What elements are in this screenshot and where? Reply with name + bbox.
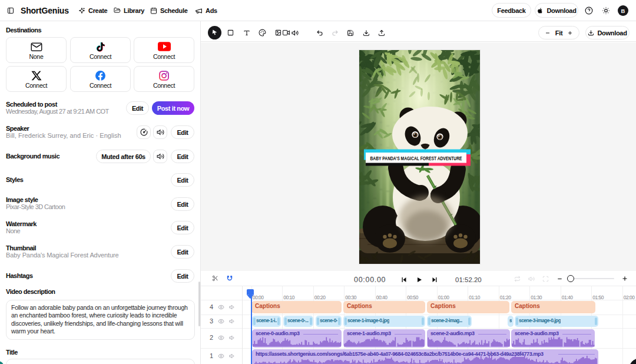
svg-text:BABY PANDA’S MAGICAL FOREST AD: BABY PANDA’S MAGICAL FOREST ADVENTURE xyxy=(370,155,462,161)
